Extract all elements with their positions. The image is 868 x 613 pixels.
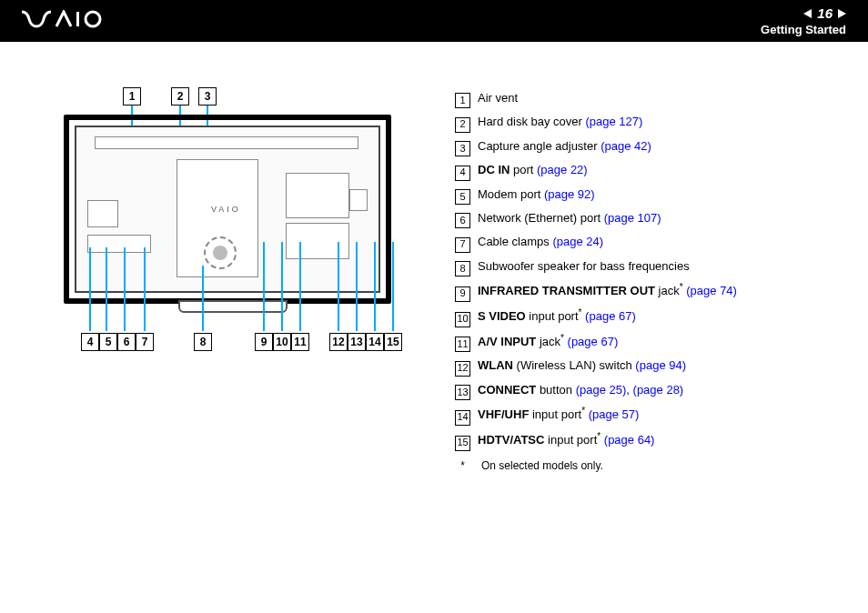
page-link[interactable]: (page 127) [586, 115, 643, 128]
page-link[interactable]: (page 25) [576, 383, 627, 397]
page-header: 16 Getting Started [0, 0, 868, 42]
legend-bold: VHF/UHF [478, 407, 529, 421]
callout-num: 7 [142, 336, 148, 348]
tv-back-panel: VAIO [64, 115, 391, 304]
callout-num: 13 [350, 336, 362, 348]
right-block-upper [286, 173, 349, 218]
legend-plain: input port [544, 433, 597, 447]
page-link[interactable]: (page 28) [633, 383, 684, 397]
page-link[interactable]: (page 74) [686, 284, 737, 297]
callout-box-5: 5 [99, 333, 117, 351]
page-link[interactable]: (page 64) [604, 433, 655, 447]
left-port-row [87, 235, 151, 253]
legend-text: DC IN port (page 22) [478, 159, 588, 180]
legend-plain: Modem port [478, 187, 544, 201]
callout-box-3: 3 [198, 87, 217, 106]
asterisk-icon: * [581, 406, 585, 416]
asterisk-icon: * [597, 431, 601, 441]
page-link[interactable]: (page 57) [589, 407, 640, 421]
legend-item-4: 4DC IN port (page 22) [455, 159, 841, 180]
legend-num-box: 7 [455, 237, 470, 253]
legend-item-5: 5Modem port (page 92) [455, 184, 841, 205]
legend-text: HDTV/ATSC input port* (page 64) [478, 428, 654, 451]
legend-item-1: 1Air vent [455, 87, 841, 108]
legend-num-box: 11 [455, 337, 470, 352]
callout-box-9: 9 [255, 333, 273, 351]
leader-line [299, 242, 301, 331]
page-link[interactable]: (page 94) [635, 358, 686, 372]
page-link[interactable]: (page 107) [604, 211, 661, 225]
callout-num: 4 [87, 336, 94, 348]
legend-text: Modem port (page 92) [478, 184, 595, 205]
legend-bold: HDTV/ATSC [478, 433, 544, 447]
legend-text: Capture angle adjuster (page 42) [478, 136, 651, 156]
tv-inner-panel: VAIO [75, 126, 380, 293]
legend-bold: S VIDEO [478, 309, 526, 323]
legend-plain: Cable clamps [478, 235, 552, 248]
page-link[interactable]: (page 42) [601, 139, 651, 153]
legend-num-box: 10 [455, 312, 470, 327]
legend-num-box: 8 [455, 261, 470, 276]
callout-box-11: 11 [291, 333, 309, 351]
tv-stand [178, 300, 288, 313]
callout-box-15: 15 [384, 333, 402, 351]
legend-item-14: 14VHF/UHF input port* (page 57) [455, 403, 841, 426]
page-link[interactable]: (page 24) [552, 235, 603, 248]
legend-text: A/V INPUT jack* (page 67) [478, 330, 618, 353]
legend-plain: Air vent [478, 91, 518, 105]
header-right: 16 Getting Started [761, 5, 846, 36]
callout-box-4: 4 [81, 333, 99, 351]
legend-item-8: 8Subwoofer speaker for bass frequencies [455, 256, 841, 276]
legend-plain: jack [655, 284, 680, 297]
legend-plain: port [510, 163, 537, 176]
left-block [87, 200, 118, 227]
page-link[interactable]: (page 67) [585, 309, 636, 323]
legend-item-13: 13CONNECT button (page 25), (page 28) [455, 379, 841, 400]
diagram-vaio-label: VAIO [211, 205, 241, 214]
callout-box-7: 7 [136, 333, 154, 351]
callout-box-14: 14 [366, 333, 384, 351]
next-page-arrow-icon[interactable] [838, 9, 846, 18]
device-diagram: 1 2 3 VAIO [64, 87, 391, 360]
leader-line [89, 247, 91, 331]
legend-item-9: 9INFRARED TRANSMITTER OUT jack* (page 74… [455, 279, 841, 302]
legend-item-3: 3Capture angle adjuster (page 42) [455, 136, 841, 156]
asterisk-icon: * [680, 282, 683, 292]
callout-num: 15 [387, 336, 399, 348]
right-block-lower [286, 223, 349, 259]
legend-plain: (Wireless LAN) switch [513, 358, 635, 372]
callout-box-8: 8 [194, 333, 212, 351]
legend-text: INFRARED TRANSMITTER OUT jack* (page 74) [478, 279, 737, 302]
legend-num-box: 9 [455, 286, 470, 302]
legend-bold: INFRARED TRANSMITTER OUT [478, 284, 655, 297]
legend-item-11: 11A/V INPUT jack* (page 67) [455, 330, 841, 353]
callout-num: 12 [332, 336, 344, 348]
legend-num-box: 3 [455, 141, 470, 156]
subwoofer-center [213, 246, 227, 260]
legend-item-12: 12WLAN (Wireless LAN) switch (page 94) [455, 355, 841, 376]
leader-line [281, 242, 283, 331]
callout-num: 6 [124, 336, 130, 348]
callout-box-6: 6 [117, 333, 136, 351]
legend-text: Subwoofer speaker for bass frequencies [478, 256, 690, 276]
legend-num-box: 12 [455, 361, 470, 377]
vaio-logo [22, 8, 104, 34]
legend-text: Air vent [478, 87, 518, 108]
legend-item-15: 15HDTV/ATSC input port* (page 64) [455, 428, 841, 451]
legend-item-2: 2Hard disk bay cover (page 127) [455, 111, 841, 132]
leader-line [124, 247, 126, 331]
legend-text: VHF/UHF input port* (page 57) [478, 403, 639, 426]
callout-num: 14 [368, 336, 380, 348]
legend-plain: Subwoofer speaker for bass frequencies [478, 259, 690, 273]
page-link[interactable]: (page 92) [544, 187, 595, 201]
leader-line [106, 247, 107, 331]
leader-line [202, 266, 204, 331]
page-link[interactable]: (page 67) [568, 335, 619, 348]
callout-num: 3 [205, 90, 211, 103]
asterisk-icon: * [579, 307, 582, 317]
legend-plain: Hard disk bay cover [478, 115, 586, 128]
page-link[interactable]: (page 22) [537, 163, 588, 176]
svg-point-1 [86, 12, 100, 26]
prev-page-arrow-icon[interactable] [803, 9, 812, 18]
legend-item-6: 6Network (Ethernet) port (page 107) [455, 207, 841, 228]
